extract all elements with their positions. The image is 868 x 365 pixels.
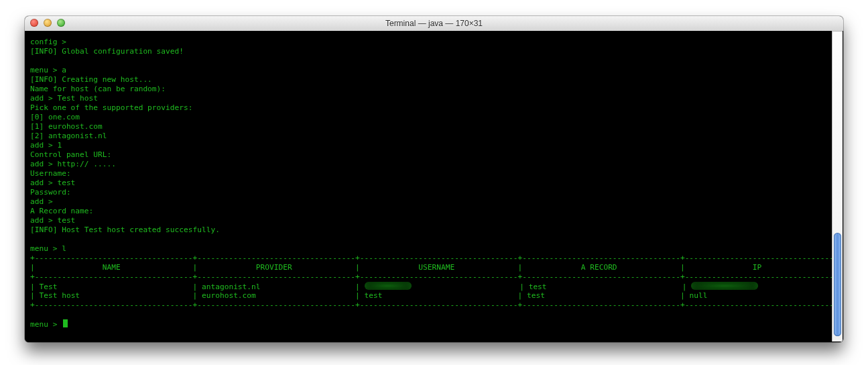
minimize-icon[interactable] [44, 19, 52, 27]
terminal-line: add > http:// ..... [30, 160, 838, 169]
terminal-line: +-----------------------------------+---… [30, 301, 838, 310]
terminal-line: Control panel URL: [30, 150, 838, 160]
terminal-line: menu > a [30, 66, 838, 75]
terminal-line: [INFO] Global configuration saved! [30, 47, 838, 56]
terminal-window: Terminal — java — 170×31 config >[INFO] … [25, 16, 843, 342]
terminal-line: +-----------------------------------+---… [30, 272, 838, 282]
terminal-line: Pick one of the supported providers: [30, 103, 838, 113]
titlebar: Terminal — java — 170×31 [25, 16, 843, 32]
redacted-value [691, 282, 758, 290]
window-title: Terminal — java — 170×31 [25, 16, 843, 31]
terminal-line [30, 56, 838, 66]
terminal-line: add > test [30, 178, 838, 188]
scroll-thumb[interactable] [834, 233, 841, 336]
terminal-body[interactable]: config >[INFO] Global configuration save… [25, 31, 843, 342]
terminal-line: | NAME | PROVIDER | USERNAME | A RECORD … [30, 263, 838, 272]
terminal-line: menu > l [30, 244, 838, 254]
terminal-line: add > [30, 197, 838, 207]
terminal-line: [INFO] Host Test host created succesfull… [30, 225, 838, 235]
terminal-line: add > test [30, 216, 838, 225]
terminal-line: +-----------------------------------+---… [30, 254, 838, 263]
close-icon[interactable] [30, 19, 38, 27]
terminal-line: Password: [30, 188, 838, 197]
terminal-line: [INFO] Creating new host... [30, 75, 838, 85]
terminal-line: [1] eurohost.com [30, 122, 838, 132]
terminal-line: add > Test host [30, 94, 838, 103]
zoom-icon[interactable] [57, 19, 65, 27]
terminal-line: add > 1 [30, 141, 838, 150]
terminal-line: [0] one.com [30, 113, 838, 122]
scrollbar[interactable] [832, 31, 843, 342]
terminal-line: | Test host | eurohost.com | test | test… [30, 291, 838, 301]
terminal-line: Username: [30, 169, 838, 178]
terminal-line: config > [30, 38, 838, 47]
terminal-line: A Record name: [30, 207, 838, 216]
traffic-lights [30, 19, 65, 27]
terminal-line: | Test | antagonist.nl | | test | | [30, 282, 838, 291]
terminal-line [30, 235, 838, 244]
terminal-line [30, 310, 838, 319]
terminal-line: [2] antagonist.nl [30, 132, 838, 141]
cursor [63, 319, 68, 327]
redacted-value [365, 282, 412, 290]
terminal-line: menu > [30, 319, 838, 329]
terminal-line: Name for host (can be random): [30, 85, 838, 94]
